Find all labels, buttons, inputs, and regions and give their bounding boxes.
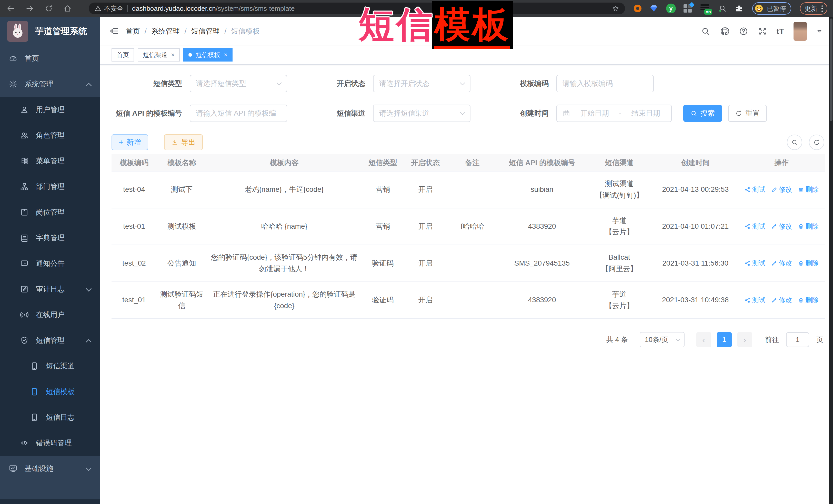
help-icon[interactable] bbox=[739, 26, 748, 36]
table-row: test-01 测试模板 哈哈哈 {name} 营销 开启 f哈哈哈 43839… bbox=[112, 208, 825, 245]
bookmark-star-icon[interactable] bbox=[612, 5, 619, 12]
sidebar-item-home[interactable]: 首页 bbox=[0, 46, 100, 71]
sidebar-item-announcements[interactable]: 通知公告 bbox=[0, 251, 100, 277]
scrollbar[interactable] bbox=[829, 17, 833, 504]
github-icon[interactable] bbox=[720, 26, 730, 36]
share-icon bbox=[744, 297, 751, 303]
test-link[interactable]: 测试 bbox=[744, 295, 766, 306]
col-content: 模板内容 bbox=[207, 154, 361, 171]
pen-icon bbox=[771, 223, 777, 230]
delete-link[interactable]: 删除 bbox=[798, 184, 819, 195]
paused-label: 已暂停 bbox=[767, 4, 786, 13]
extensions-puzzle-icon[interactable] bbox=[735, 4, 743, 13]
profile-paused-chip[interactable]: 已暂停 bbox=[752, 2, 791, 15]
sidebar-item-online-users[interactable]: 在线用户 bbox=[0, 302, 100, 328]
next-page-button[interactable]: › bbox=[737, 332, 752, 347]
sidebar-item-users[interactable]: 用户管理 bbox=[0, 97, 100, 123]
extension-grid-icon[interactable] bbox=[684, 4, 693, 13]
reload-button[interactable] bbox=[44, 3, 54, 14]
col-name: 模板名称 bbox=[157, 154, 207, 171]
add-button[interactable]: + 新增 bbox=[112, 134, 148, 150]
scrollbar-thumb[interactable] bbox=[830, 19, 832, 121]
menu-kebab-icon[interactable] bbox=[822, 5, 823, 12]
search-icon[interactable] bbox=[701, 26, 710, 36]
table-header-row: 模板编码 模板名称 模板内容 短信类型 开启状态 备注 短信 API 的模板编号… bbox=[112, 154, 825, 171]
date-range-picker[interactable]: 开始日期 - 结束日期 bbox=[556, 104, 672, 122]
sidebar-fold-icon[interactable] bbox=[109, 26, 119, 37]
extension-search-icon[interactable] bbox=[718, 4, 727, 13]
sidebar-item-dictionary[interactable]: 字典管理 bbox=[0, 225, 100, 251]
security-warning[interactable]: 不安全 bbox=[94, 4, 123, 13]
sidebar-item-positions[interactable]: 岗位管理 bbox=[0, 199, 100, 225]
template-code-input[interactable] bbox=[563, 79, 648, 88]
sidebar-item-infrastructure[interactable]: 基础设施 bbox=[0, 456, 100, 481]
prev-page-button[interactable]: ‹ bbox=[696, 332, 711, 347]
back-button[interactable] bbox=[6, 3, 16, 14]
tab-sms-template[interactable]: 短信模板 × bbox=[183, 48, 233, 62]
end-date-placeholder: 结束日期 bbox=[626, 109, 666, 118]
address-bar[interactable]: 不安全 dashboard.yudao.iocoder.cn/system/sm… bbox=[89, 3, 625, 14]
app-logo-row[interactable]: 芋道管理系统 bbox=[0, 17, 100, 46]
api-template-id-input[interactable] bbox=[196, 109, 281, 117]
toggle-search-button[interactable] bbox=[787, 135, 802, 150]
current-page[interactable]: 1 bbox=[717, 332, 732, 347]
test-link[interactable]: 测试 bbox=[744, 184, 766, 195]
breadcrumb: 首页 / 系统管理 / 短信管理 / 短信模板 bbox=[126, 26, 260, 36]
breadcrumb-home[interactable]: 首页 bbox=[126, 26, 140, 36]
channel-label: 短信渠道 bbox=[296, 109, 365, 118]
extension-gem-icon[interactable] bbox=[649, 4, 659, 13]
reset-button[interactable]: 重置 bbox=[728, 105, 767, 122]
edit-link[interactable]: 修改 bbox=[771, 221, 792, 232]
status-select[interactable]: 请选择开启状态 bbox=[373, 75, 471, 92]
sidebar-menu: 首页 系统管理 用户管理 角色管理 菜单管理 bbox=[0, 46, 100, 481]
announcement-icon bbox=[20, 259, 29, 268]
test-link[interactable]: 测试 bbox=[744, 221, 766, 232]
sidebar-item-sms[interactable]: 短信管理 bbox=[0, 328, 100, 353]
extension-donut-icon[interactable] bbox=[634, 5, 641, 12]
page-content: 短信类型 请选择短信类型 开启状态 请选择开启状态 模板编码 短信 API 的模… bbox=[100, 65, 833, 504]
chevron-down-icon bbox=[676, 337, 680, 341]
edit-link[interactable]: 修改 bbox=[771, 295, 792, 306]
fullscreen-icon[interactable] bbox=[758, 26, 767, 36]
goto-page-input[interactable] bbox=[786, 332, 809, 347]
sidebar-item-audit-log[interactable]: 审计日志 bbox=[0, 277, 100, 302]
sidebar-item-departments[interactable]: 部门管理 bbox=[0, 174, 100, 199]
chrome-update-button[interactable]: 更新 bbox=[800, 2, 827, 15]
close-icon[interactable]: × bbox=[224, 51, 228, 58]
tab-sms-channel[interactable]: 短信渠道 × bbox=[138, 48, 180, 62]
page-size-select[interactable]: 10条/页 bbox=[640, 332, 685, 347]
close-icon[interactable]: × bbox=[171, 51, 174, 58]
page-unit: 页 bbox=[816, 335, 823, 344]
forward-button[interactable] bbox=[25, 3, 35, 14]
search-button[interactable]: 搜索 bbox=[683, 105, 722, 122]
refresh-table-button[interactable] bbox=[809, 135, 824, 150]
extension-y-icon[interactable]: y bbox=[666, 4, 676, 13]
sidebar-item-roles[interactable]: 角色管理 bbox=[0, 123, 100, 148]
sms-type-select[interactable]: 请选择短信类型 bbox=[190, 75, 287, 92]
caret-down-icon[interactable] bbox=[816, 28, 823, 34]
sidebar-item-menus[interactable]: 菜单管理 bbox=[0, 148, 100, 174]
breadcrumb-sms[interactable]: 短信管理 bbox=[191, 26, 220, 36]
user-avatar[interactable] bbox=[793, 22, 807, 41]
sidebar-item-system[interactable]: 系统管理 bbox=[0, 71, 100, 97]
app-title: 芋道管理系统 bbox=[35, 25, 87, 37]
sidebar-item-sms-channel[interactable]: 短信渠道 bbox=[0, 353, 100, 379]
channel-select[interactable]: 请选择短信渠道 bbox=[373, 104, 471, 122]
font-size-icon[interactable]: tT bbox=[777, 27, 784, 35]
delete-link[interactable]: 删除 bbox=[798, 221, 819, 232]
breadcrumb-current: 短信模板 bbox=[231, 26, 260, 36]
home-button[interactable] bbox=[63, 3, 73, 14]
tab-home[interactable]: 首页 bbox=[112, 48, 134, 62]
sidebar-item-sms-log[interactable]: 短信日志 bbox=[0, 405, 100, 430]
export-button[interactable]: 导出 bbox=[164, 134, 203, 150]
edit-link[interactable]: 修改 bbox=[771, 184, 792, 195]
sidebar-item-error-codes[interactable]: 错误码管理 bbox=[0, 430, 100, 456]
breadcrumb-system[interactable]: 系统管理 bbox=[151, 26, 180, 36]
test-link[interactable]: 测试 bbox=[744, 258, 766, 269]
edit-link[interactable]: 修改 bbox=[771, 258, 792, 269]
extension-list-icon[interactable]: on bbox=[700, 3, 711, 14]
col-channel: 短信渠道 bbox=[586, 154, 653, 171]
delete-link[interactable]: 删除 bbox=[798, 258, 819, 269]
delete-link[interactable]: 删除 bbox=[798, 295, 819, 306]
sidebar-item-sms-template[interactable]: 短信模板 bbox=[0, 379, 100, 405]
